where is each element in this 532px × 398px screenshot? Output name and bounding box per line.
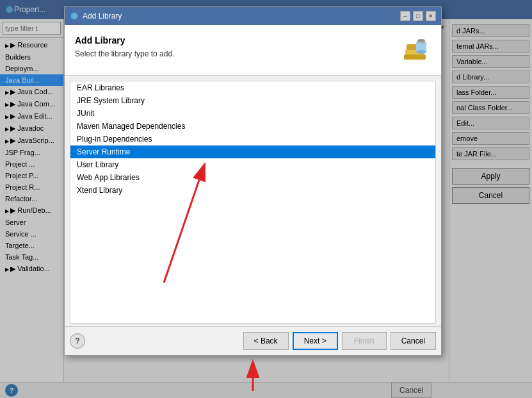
svg-point-5 [416,50,426,54]
modal-description: Select the library type to add. [75,49,174,58]
svg-point-7 [417,39,425,42]
add-library-dialog: Add Library – □ ✕ Add Library Select the… [64,6,442,356]
modal-titlebar: Add Library – □ ✕ [65,7,441,25]
modal-title-text: Add Library [83,12,122,21]
modal-header: Add Library Select the library type to a… [65,25,441,76]
svg-rect-0 [404,54,426,60]
modal-title-area: Add Library [70,12,122,21]
modal-close-button[interactable]: ✕ [426,11,436,21]
cancel-button[interactable]: Cancel [391,332,436,350]
library-list-item[interactable]: JUnit [70,107,435,120]
back-button[interactable]: < Back [243,332,289,350]
finish-button[interactable]: Finish [342,332,387,350]
library-list-item[interactable]: Xtend Library [70,184,435,197]
modal-minimize-button[interactable]: – [400,11,410,21]
library-list-item[interactable]: EAR Libraries [70,81,435,94]
help-button[interactable]: ? [70,333,85,349]
modal-header-text: Add Library Select the library type to a… [75,35,174,58]
library-list-item[interactable]: Maven Managed Dependencies [70,120,435,133]
library-list-item[interactable]: User Library [70,158,435,171]
library-list-item[interactable]: Server Runtime [70,145,435,158]
modal-maximize-button[interactable]: □ [413,11,423,21]
library-type-list: EAR LibrariesJRE System LibraryJUnitMave… [70,81,436,324]
library-list-item[interactable]: Web App Libraries [70,171,435,184]
footer-buttons: < Back Next > Finish Cancel [243,332,436,350]
modal-footer: ? < Back Next > Finish Cancel [65,326,441,355]
library-list-item[interactable]: JRE System Library [70,94,435,107]
modal-heading: Add Library [75,35,174,46]
library-list-item[interactable]: Plug-in Dependencies [70,133,435,145]
modal-window-controls: – □ ✕ [400,11,436,21]
modal-title-icon [70,12,79,21]
next-button[interactable]: Next > [293,332,338,350]
library-icon [399,35,431,67]
